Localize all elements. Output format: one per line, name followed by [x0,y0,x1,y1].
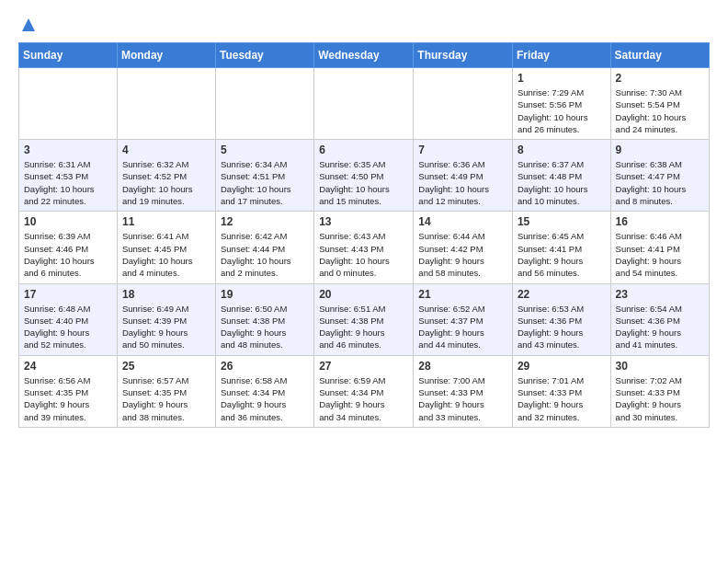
day-number: 26 [221,360,309,373]
day-number: 18 [122,288,210,301]
logo [18,18,37,33]
calendar-cell [314,68,414,140]
calendar-cell: 6Sunrise: 6:35 AM Sunset: 4:50 PM Daylig… [314,140,414,212]
day-info: Sunrise: 6:43 AM Sunset: 4:43 PM Dayligh… [319,230,408,279]
day-number: 24 [24,360,112,373]
day-info: Sunrise: 6:37 AM Sunset: 4:48 PM Dayligh… [518,158,606,207]
day-number: 23 [616,288,704,301]
calendar-cell: 10Sunrise: 6:39 AM Sunset: 4:46 PM Dayli… [19,212,118,283]
day-number: 7 [418,144,507,156]
day-info: Sunrise: 6:48 AM Sunset: 4:40 PM Dayligh… [24,303,112,351]
calendar-cell: 17Sunrise: 6:48 AM Sunset: 4:40 PM Dayli… [19,283,118,355]
day-number: 25 [122,360,210,373]
day-header-friday: Friday [512,43,610,68]
day-number: 5 [221,144,309,156]
calendar-cell [19,68,118,140]
calendar-cell: 8Sunrise: 6:37 AM Sunset: 4:48 PM Daylig… [512,140,610,212]
calendar-cell: 28Sunrise: 7:00 AM Sunset: 4:33 PM Dayli… [414,355,513,427]
day-header-saturday: Saturday [610,43,709,68]
day-info: Sunrise: 6:38 AM Sunset: 4:47 PM Dayligh… [616,158,704,207]
calendar-cell: 25Sunrise: 6:57 AM Sunset: 4:35 PM Dayli… [117,355,215,427]
calendar-table: SundayMondayTuesdayWednesdayThursdayFrid… [18,42,710,428]
calendar-cell [216,68,314,140]
calendar-cell: 16Sunrise: 6:46 AM Sunset: 4:41 PM Dayli… [610,212,709,283]
day-number: 2 [616,72,704,85]
calendar-cell: 2Sunrise: 7:30 AM Sunset: 5:54 PM Daylig… [610,68,709,140]
calendar-cell: 24Sunrise: 6:56 AM Sunset: 4:35 PM Dayli… [19,355,118,427]
calendar-cell: 13Sunrise: 6:43 AM Sunset: 4:43 PM Dayli… [314,212,414,283]
day-info: Sunrise: 6:31 AM Sunset: 4:53 PM Dayligh… [24,158,112,207]
calendar-cell: 21Sunrise: 6:52 AM Sunset: 4:37 PM Dayli… [414,283,513,355]
calendar-cell: 29Sunrise: 7:01 AM Sunset: 4:33 PM Dayli… [512,355,610,427]
calendar-cell: 3Sunrise: 6:31 AM Sunset: 4:53 PM Daylig… [19,140,118,212]
calendar-cell: 22Sunrise: 6:53 AM Sunset: 4:36 PM Dayli… [512,283,610,355]
day-number: 3 [24,144,112,156]
day-info: Sunrise: 7:30 AM Sunset: 5:54 PM Dayligh… [616,86,704,135]
day-info: Sunrise: 6:46 AM Sunset: 4:41 PM Dayligh… [616,230,704,279]
day-number: 10 [24,215,112,228]
day-number: 13 [319,215,408,228]
calendar-cell: 9Sunrise: 6:38 AM Sunset: 4:47 PM Daylig… [610,140,709,212]
calendar-cell: 26Sunrise: 6:58 AM Sunset: 4:34 PM Dayli… [216,355,314,427]
day-info: Sunrise: 6:32 AM Sunset: 4:52 PM Dayligh… [122,158,210,207]
calendar-cell: 5Sunrise: 6:34 AM Sunset: 4:51 PM Daylig… [216,140,314,212]
day-number: 8 [518,144,606,156]
day-info: Sunrise: 7:00 AM Sunset: 4:33 PM Dayligh… [418,374,507,423]
calendar-cell: 27Sunrise: 6:59 AM Sunset: 4:34 PM Dayli… [314,355,414,427]
day-number: 6 [319,144,408,156]
day-info: Sunrise: 7:01 AM Sunset: 4:33 PM Dayligh… [518,374,606,423]
calendar-cell: 12Sunrise: 6:42 AM Sunset: 4:44 PM Dayli… [216,212,314,283]
day-number: 19 [221,288,309,301]
day-info: Sunrise: 6:36 AM Sunset: 4:49 PM Dayligh… [418,158,507,207]
calendar-cell: 30Sunrise: 7:02 AM Sunset: 4:33 PM Dayli… [610,355,709,427]
calendar-cell: 23Sunrise: 6:54 AM Sunset: 4:36 PM Dayli… [610,283,709,355]
calendar-cell: 1Sunrise: 7:29 AM Sunset: 5:56 PM Daylig… [512,68,610,140]
day-number: 21 [418,288,507,301]
day-number: 17 [24,288,112,301]
calendar-cell: 15Sunrise: 6:45 AM Sunset: 4:41 PM Dayli… [512,212,610,283]
calendar-week-3: 10Sunrise: 6:39 AM Sunset: 4:46 PM Dayli… [19,212,710,283]
day-header-wednesday: Wednesday [314,43,414,68]
day-info: Sunrise: 6:58 AM Sunset: 4:34 PM Dayligh… [221,374,309,423]
calendar-cell: 18Sunrise: 6:49 AM Sunset: 4:39 PM Dayli… [117,283,215,355]
day-info: Sunrise: 6:54 AM Sunset: 4:36 PM Dayligh… [616,303,704,351]
calendar-week-5: 24Sunrise: 6:56 AM Sunset: 4:35 PM Dayli… [19,355,710,427]
calendar-week-4: 17Sunrise: 6:48 AM Sunset: 4:40 PM Dayli… [19,283,710,355]
day-number: 30 [616,360,704,373]
day-number: 22 [518,288,606,301]
day-info: Sunrise: 6:56 AM Sunset: 4:35 PM Dayligh… [24,374,112,423]
day-info: Sunrise: 6:42 AM Sunset: 4:44 PM Dayligh… [221,230,309,279]
day-number: 27 [319,360,408,373]
day-info: Sunrise: 6:49 AM Sunset: 4:39 PM Dayligh… [122,303,210,351]
calendar-cell: 4Sunrise: 6:32 AM Sunset: 4:52 PM Daylig… [117,140,215,212]
day-number: 1 [518,72,606,85]
day-info: Sunrise: 6:41 AM Sunset: 4:45 PM Dayligh… [122,230,210,279]
day-number: 4 [122,144,210,156]
day-number: 15 [518,215,606,228]
page: SundayMondayTuesdayWednesdayThursdayFrid… [0,0,728,446]
calendar-cell: 20Sunrise: 6:51 AM Sunset: 4:38 PM Dayli… [314,283,414,355]
calendar-cell: 19Sunrise: 6:50 AM Sunset: 4:38 PM Dayli… [216,283,314,355]
day-info: Sunrise: 6:53 AM Sunset: 4:36 PM Dayligh… [518,303,606,351]
day-info: Sunrise: 6:50 AM Sunset: 4:38 PM Dayligh… [221,303,309,351]
day-info: Sunrise: 6:39 AM Sunset: 4:46 PM Dayligh… [24,230,112,279]
calendar-cell: 7Sunrise: 6:36 AM Sunset: 4:49 PM Daylig… [414,140,513,212]
day-number: 16 [616,215,704,228]
day-info: Sunrise: 6:52 AM Sunset: 4:37 PM Dayligh… [418,303,507,351]
day-number: 28 [418,360,507,373]
day-number: 20 [319,288,408,301]
day-number: 9 [616,144,704,156]
day-number: 12 [221,215,309,228]
day-info: Sunrise: 6:51 AM Sunset: 4:38 PM Dayligh… [319,303,408,351]
calendar-week-1: 1Sunrise: 7:29 AM Sunset: 5:56 PM Daylig… [19,68,710,140]
calendar-cell: 14Sunrise: 6:44 AM Sunset: 4:42 PM Dayli… [414,212,513,283]
day-number: 29 [518,360,606,373]
day-info: Sunrise: 6:45 AM Sunset: 4:41 PM Dayligh… [518,230,606,279]
calendar-cell [117,68,215,140]
day-header-sunday: Sunday [19,43,118,68]
calendar-week-2: 3Sunrise: 6:31 AM Sunset: 4:53 PM Daylig… [19,140,710,212]
day-info: Sunrise: 6:34 AM Sunset: 4:51 PM Dayligh… [221,158,309,207]
calendar-cell [414,68,513,140]
header [18,18,710,33]
svg-marker-0 [22,18,35,31]
